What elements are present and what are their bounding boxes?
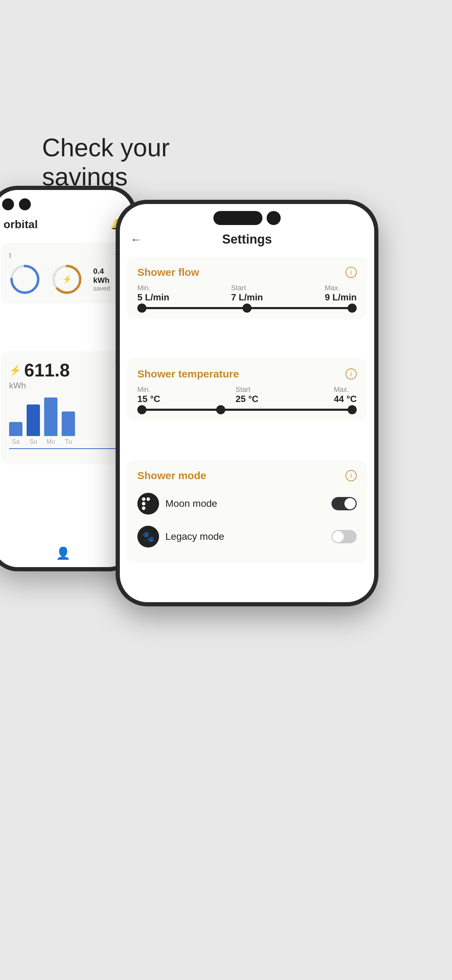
bar-mo [44, 398, 57, 436]
bar-su [27, 404, 40, 436]
temp-slider-fill [137, 409, 357, 411]
energy-big: ⚡ 611.8 [9, 360, 117, 381]
temp-slider-track[interactable] [137, 409, 357, 411]
heading: Check your savings [42, 133, 170, 191]
bar-label-sa: Sa [12, 438, 20, 445]
flow-max-label: Max. [325, 284, 357, 292]
settings-title: Settings [222, 232, 272, 247]
flow-slider-track[interactable] [137, 307, 357, 309]
energy-metric: 0.4 kWh saved [93, 267, 117, 292]
temp-max-label: Max. [334, 385, 357, 394]
bar-chart: Sa Su Mo Tu [9, 398, 117, 456]
shower-temp-info-icon[interactable]: i [345, 368, 357, 380]
temp-start-label: Start [236, 385, 258, 394]
profile-icon[interactable]: 👤 [56, 546, 70, 560]
temp-min-label: Min. [137, 385, 160, 394]
flow-max: Max. 9 L/min [325, 284, 357, 303]
left-card-energy: ↗ ⚡ 611.8 kWh Sa Su Mo [1, 351, 126, 465]
big-energy-number: 611.8 [24, 360, 70, 381]
bar-group-mo: Mo [44, 398, 57, 445]
bar-sa [9, 422, 22, 436]
bar-group-su: Su [27, 404, 40, 445]
bar-group-tu: Tu [62, 412, 75, 445]
temp-max-value: 44 °C [334, 394, 357, 404]
right-phone-screen: ← Settings Shower flow i Min. 5 L/min St… [120, 204, 374, 602]
energy-circle: ⚡ [51, 264, 83, 295]
flow-slider-dot-start[interactable] [242, 304, 251, 313]
paw-icon-circle: 🐾 [137, 526, 159, 547]
moon-icon-circle [137, 493, 159, 514]
svg-text:⚡: ⚡ [62, 274, 72, 284]
metrics-row: ⚡ 0.4 kWh saved [9, 264, 117, 295]
shower-temp-title-row: Shower temperature i [137, 368, 357, 380]
legacy-mode-item: 🐾 Legacy mode [137, 520, 357, 553]
left-cam-dot-2 [19, 198, 31, 210]
temp-slider-dot-start[interactable] [216, 405, 225, 414]
flow-labels: Min. 5 L/min Start 7 L/min Max. 9 L/min [137, 284, 357, 303]
energy-saved-label: saved [93, 285, 117, 292]
island-pill [213, 211, 263, 225]
flow-min-label: Min. [137, 284, 169, 292]
shower-flow-title-row: Shower flow i [137, 266, 357, 278]
paw-icon: 🐾 [142, 531, 154, 542]
flow-start-value: 7 L/min [231, 292, 263, 303]
bar-group-sa: Sa [9, 422, 22, 445]
flow-slider-dot-min[interactable] [137, 304, 146, 313]
moon-mode-item: Moon mode [137, 487, 357, 520]
flow-start: Start 7 L/min [231, 284, 263, 303]
left-card-savings: ↗ t ⚡ [1, 243, 126, 304]
shower-temp-section: Shower temperature i Min. 15 °C Start 25… [127, 358, 367, 421]
flow-min: Min. 5 L/min [137, 284, 169, 303]
shower-flow-info-icon[interactable]: i [345, 267, 357, 278]
shower-temp-title: Shower temperature [137, 368, 239, 380]
shower-mode-title-row: Shower mode i [137, 470, 357, 482]
moon-mode-label: Moon mode [166, 498, 217, 509]
left-cam-dot-1 [2, 198, 14, 210]
moon-mode-toggle[interactable] [331, 497, 357, 510]
right-phone: ← Settings Shower flow i Min. 5 L/min St… [116, 200, 379, 606]
left-phone-header: orbital 🔔 [0, 218, 132, 231]
flow-start-label: Start [231, 284, 263, 292]
dynamic-island [213, 211, 281, 225]
lightning-icon: ⚡ [9, 364, 21, 376]
settings-header: ← Settings [120, 232, 374, 247]
island-dot [267, 211, 281, 225]
shower-mode-title: Shower mode [137, 470, 206, 482]
left-bottom-nav: 👤 [0, 546, 132, 560]
bar-baseline [9, 448, 117, 449]
legacy-mode-toggle[interactable] [331, 530, 357, 543]
temp-min: Min. 15 °C [137, 385, 160, 404]
water-circle [9, 264, 41, 295]
heading-line1: Check your [42, 134, 170, 162]
legacy-toggle-knob [333, 531, 344, 542]
flow-slider-dot-max[interactable] [348, 304, 357, 313]
flow-min-value: 5 L/min [137, 292, 169, 303]
card1-label: t [9, 251, 117, 260]
bar-tu [62, 412, 75, 436]
temp-start-value: 25 °C [236, 394, 258, 404]
left-camera-area [2, 198, 31, 210]
shower-flow-section: Shower flow i Min. 5 L/min Start 7 L/min… [127, 256, 367, 319]
temp-slider-dot-max[interactable] [348, 405, 357, 414]
bar-label-mo: Mo [46, 438, 55, 445]
moon-mode-left: Moon mode [137, 493, 217, 514]
energy-value: 0.4 kWh [93, 267, 117, 285]
shower-flow-title: Shower flow [137, 266, 199, 278]
moon-icon [139, 495, 157, 513]
temp-min-value: 15 °C [137, 394, 160, 404]
energy-unit-label: kWh [9, 381, 117, 390]
temp-labels: Min. 15 °C Start 25 °C Max. 44 °C [137, 385, 357, 404]
moon-toggle-knob [344, 498, 356, 509]
left-app-name: orbital [3, 218, 38, 231]
shower-mode-info-icon[interactable]: i [345, 470, 357, 481]
back-button[interactable]: ← [131, 233, 142, 246]
flow-max-value: 9 L/min [325, 292, 357, 303]
temp-max: Max. 44 °C [334, 385, 357, 404]
shower-mode-section: Shower mode i [127, 460, 367, 563]
temp-slider-dot-min[interactable] [137, 405, 146, 414]
legacy-mode-label: Legacy mode [166, 531, 224, 542]
bar-label-tu: Tu [65, 438, 72, 445]
bar-label-su: Su [29, 438, 37, 445]
left-phone-screen: orbital 🔔 ↗ t ⚡ [0, 190, 132, 567]
temp-start: Start 25 °C [236, 385, 258, 404]
